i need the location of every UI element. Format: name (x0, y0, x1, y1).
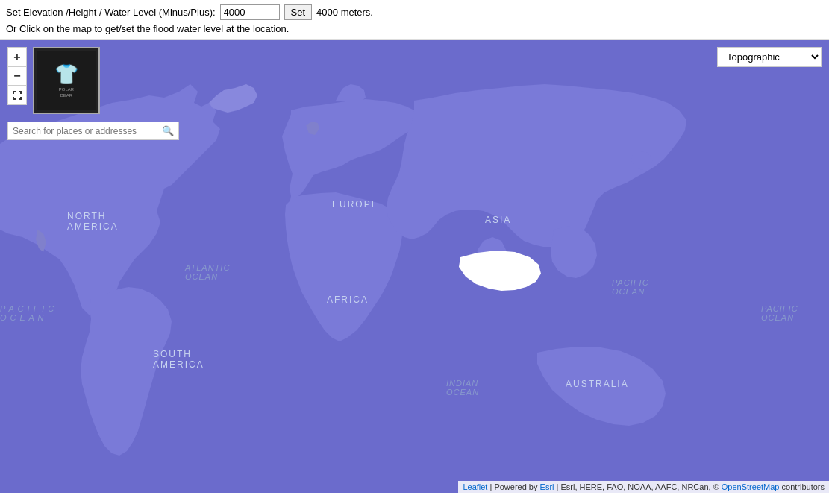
layer-selector: Topographic Streets Satellite Hybrid Dar… (717, 47, 822, 67)
elevation-row: Set Elevation /Height / Water Level (Min… (6, 4, 823, 20)
elevation-result: 4000 meters. (316, 7, 373, 18)
zoom-controls: + − (7, 47, 27, 86)
elevation-label: Set Elevation /Height / Water Level (Min… (6, 7, 216, 18)
tshirt-icon: 👕 (54, 63, 78, 86)
attribution-esri[interactable]: Esri (540, 482, 554, 491)
search-input[interactable] (13, 126, 162, 136)
map-svg (0, 40, 829, 493)
map-container[interactable]: NORTHAMERICA EUROPE ASIA AFRICA SOUTHAME… (0, 40, 829, 493)
top-controls: Set Elevation /Height / Water Level (Min… (0, 0, 829, 40)
attribution: Leaflet | Powered by Esri | Esri, HERE, … (458, 481, 829, 493)
set-button[interactable]: Set (284, 4, 313, 20)
attribution-leaflet[interactable]: Leaflet (463, 482, 487, 491)
search-icon: 🔍 (162, 125, 174, 136)
click-hint: Or Click on the map to get/set the flood… (6, 23, 823, 34)
attribution-text1: | Powered by (489, 482, 539, 491)
fullscreen-button[interactable] (7, 86, 27, 105)
zoom-in-button[interactable]: + (7, 47, 27, 66)
map-thumbnail: 👕 POLARBEAR (33, 47, 100, 114)
search-box: 🔍 (7, 122, 179, 140)
layer-select[interactable]: Topographic Streets Satellite Hybrid Dar… (717, 47, 822, 67)
fullscreen-icon (12, 90, 22, 101)
tshirt-label: POLARBEAR (59, 87, 74, 99)
attribution-text3: contributors (782, 482, 825, 491)
thumbnail-inner: 👕 POLARBEAR (37, 51, 96, 110)
attribution-text2: | Esri, HERE, FAO, NOAA, AAFC, NRCan, © (557, 482, 722, 491)
attribution-osm[interactable]: OpenStreetMap (722, 482, 780, 491)
elevation-input[interactable] (220, 4, 280, 20)
zoom-out-button[interactable]: − (7, 66, 27, 86)
